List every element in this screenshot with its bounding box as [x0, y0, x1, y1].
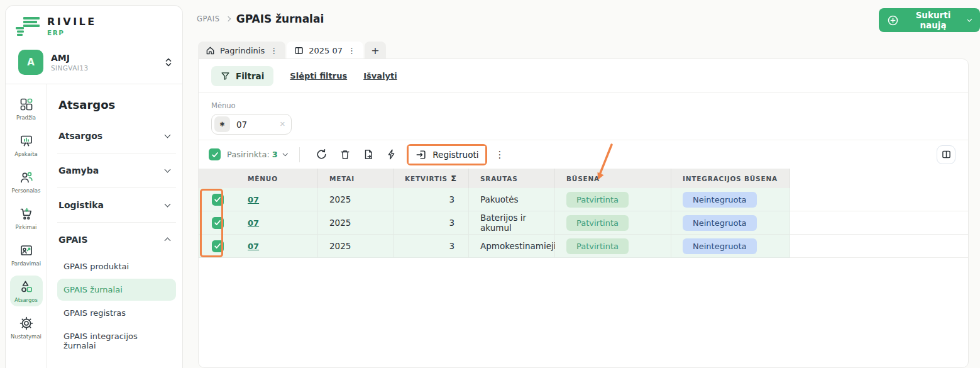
- month-link[interactable]: 07: [248, 218, 259, 228]
- selected-count: 3: [272, 150, 278, 159]
- column-header-metai[interactable]: METAI: [318, 169, 394, 188]
- sigma-icon[interactable]: Σ: [451, 174, 457, 183]
- menu-group-gpais[interactable]: GPAIS: [57, 226, 176, 253]
- month-input[interactable]: ✱ 07 ✕: [211, 114, 292, 135]
- month-link[interactable]: 07: [248, 242, 259, 251]
- filters-button[interactable]: Filtrai: [211, 66, 273, 86]
- status-badge: Patvirtinta: [566, 215, 629, 231]
- select-all-checkbox[interactable]: [209, 148, 221, 160]
- column-header-integracijos-busena[interactable]: INTEGRACIJOS BŪSENA: [671, 169, 790, 188]
- chevron-down-icon: [165, 167, 171, 173]
- gear-icon: [19, 316, 34, 331]
- row-checkbox[interactable]: [212, 217, 224, 229]
- table-icon: [294, 46, 304, 55]
- row-filler-cell: [790, 188, 968, 211]
- delete-button[interactable]: [333, 145, 356, 165]
- year-cell: 2025: [318, 188, 394, 211]
- user-company: SINGVAI13: [51, 64, 156, 72]
- chevron-down-icon: [967, 17, 972, 21]
- sidebar-item-atsargos[interactable]: Atsargos: [10, 276, 43, 306]
- sidebar-item-gpais-registras[interactable]: GPAIS registras: [57, 302, 176, 324]
- month-filter: Mėnuo ✱ 07 ✕: [199, 93, 968, 140]
- brand-logo: RIVILE ERP: [6, 6, 182, 45]
- header-checkbox-cell: [199, 169, 236, 188]
- month-link[interactable]: 07: [248, 195, 259, 204]
- avatar: A: [18, 50, 43, 75]
- kebab-icon[interactable]: ⋮: [348, 47, 356, 55]
- add-tab-button[interactable]: +: [365, 42, 386, 59]
- chevron-down-icon[interactable]: [283, 151, 288, 156]
- people-icon: [19, 170, 34, 185]
- sidebar-item-nustatymai[interactable]: Nustatymai: [10, 312, 43, 343]
- divider: [57, 222, 176, 223]
- sidebar-item-personalas[interactable]: Personalas: [10, 166, 43, 197]
- tab-pagrindinis[interactable]: Pagrindinis ⋮: [198, 42, 285, 59]
- chevron-down-icon: [165, 132, 171, 138]
- stream-cell: Baterijos ir akumul: [469, 211, 555, 235]
- column-header-srautas[interactable]: SRAUTAS: [469, 169, 555, 188]
- sidebar-item-gpais-integracijos-zurnalai[interactable]: GPAIS integracijos žurnalai: [57, 325, 176, 357]
- wildcard-icon[interactable]: ✱: [214, 116, 230, 132]
- menu-group-logistika[interactable]: Logistika: [57, 192, 176, 218]
- table-row: 07 2025 3 Baterijos ir akumul Patvirtint…: [199, 211, 968, 235]
- column-header-ketvirtis[interactable]: KETVIRTIS Σ: [394, 169, 469, 188]
- table-row: 07 2025 3 Pakuotės Patvirtinta Neintegru…: [199, 188, 968, 211]
- integration-status-badge: Neintegruota: [683, 215, 757, 231]
- user-name: AMJ: [51, 53, 156, 63]
- cart-icon: [19, 206, 34, 221]
- sidebar-item-gpais-produktai[interactable]: GPAIS produktai: [57, 255, 176, 277]
- select-updown-icon[interactable]: [163, 57, 173, 68]
- column-settings-button[interactable]: [937, 145, 955, 164]
- row-checkbox[interactable]: [212, 194, 224, 206]
- menu-group-atsargos[interactable]: Atsargos: [57, 123, 176, 149]
- sidebar-item-gpais-zurnalai[interactable]: GPAIS žurnalai: [57, 279, 176, 301]
- lightning-button[interactable]: [380, 145, 403, 165]
- header-filler-cell: [790, 169, 968, 188]
- clear-icon[interactable]: ✕: [280, 120, 285, 128]
- more-actions-kebab-icon[interactable]: ⋮: [495, 149, 504, 160]
- selected-label: Pasirinkta:: [227, 150, 270, 159]
- divider: [299, 147, 300, 162]
- view-tabs: Pagrindinis ⋮ 2025 07 ⋮ +: [198, 42, 386, 59]
- registruoti-annotation-box: Registruoti: [407, 144, 487, 165]
- home-icon: [206, 46, 215, 55]
- divider: [57, 187, 176, 188]
- quarter-cell: 3: [394, 235, 469, 258]
- dashboard-icon: [19, 97, 34, 112]
- sales-icon: [19, 243, 34, 258]
- brand-name: RIVILE: [47, 16, 97, 28]
- chevron-right-icon: [225, 16, 230, 21]
- hide-filters-link[interactable]: Slėpti filtrus: [290, 71, 347, 81]
- row-filler-cell: [790, 235, 968, 258]
- sidebar-item-pardavimai[interactable]: Pardavimai: [10, 239, 43, 270]
- file-export-button[interactable]: [356, 145, 380, 165]
- integration-status-badge: Neintegruota: [683, 238, 757, 254]
- column-header-busena[interactable]: BŪSENA: [555, 169, 671, 188]
- year-cell: 2025: [318, 211, 394, 235]
- tab-2025-07[interactable]: 2025 07 ⋮: [287, 42, 363, 59]
- status-badge: Patvirtinta: [566, 192, 629, 208]
- rivile-logo-icon: [16, 16, 41, 36]
- create-new-button[interactable]: Sukurti naują: [879, 8, 980, 32]
- breadcrumb-root[interactable]: GPAIS: [197, 14, 220, 23]
- clear-filters-link[interactable]: Išvalyti: [363, 71, 397, 81]
- menu-group-gamyba[interactable]: Gamyba: [57, 157, 176, 184]
- row-filler-cell: [790, 211, 968, 235]
- quarter-cell: 3: [394, 188, 469, 211]
- refresh-button[interactable]: [310, 145, 333, 165]
- sidebar-item-pradzia[interactable]: Pradžia: [10, 93, 43, 124]
- sidebar-item-pirkimai[interactable]: Pirkimai: [10, 203, 43, 233]
- register-button[interactable]: Registruoti: [409, 146, 485, 164]
- row-checkbox[interactable]: [212, 240, 224, 252]
- account-switcher[interactable]: A AMJ SINGVAI13: [6, 45, 182, 84]
- column-header-menuo[interactable]: MĖNUO: [236, 169, 318, 188]
- brand-sub: ERP: [47, 29, 97, 36]
- sidebar-item-apskaita[interactable]: Apskaita: [10, 130, 43, 160]
- status-badge: Patvirtinta: [566, 238, 629, 254]
- kebab-icon[interactable]: ⋮: [270, 47, 278, 55]
- filter-bar: Filtrai Slėpti filtrus Išvalyti: [199, 59, 968, 93]
- breadcrumb: GPAIS GPAIS žurnalai: [197, 13, 324, 25]
- month-value[interactable]: 07: [236, 120, 273, 130]
- month-label: Mėnuo: [211, 101, 955, 110]
- chevron-up-icon: [165, 238, 171, 244]
